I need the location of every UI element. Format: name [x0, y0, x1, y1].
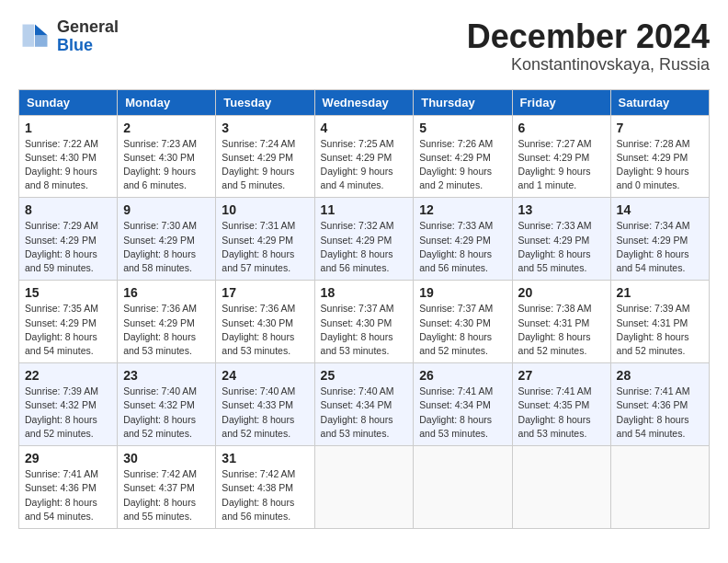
header: General Blue December 2024 Konstantinovs…	[18, 18, 710, 75]
calendar-header-row: Sunday Monday Tuesday Wednesday Thursday…	[19, 89, 710, 115]
day-27: 27 Sunrise: 7:41 AMSunset: 4:35 PMDaylig…	[512, 363, 610, 446]
logo: General Blue	[18, 18, 119, 55]
calendar: Sunday Monday Tuesday Wednesday Thursday…	[18, 89, 710, 529]
location-title: Konstantinovskaya, Russia	[467, 55, 710, 75]
day-12: 12 Sunrise: 7:33 AMSunset: 4:29 PMDaylig…	[414, 198, 512, 281]
day-30: 30 Sunrise: 7:42 AMSunset: 4:37 PMDaylig…	[118, 446, 216, 529]
day-7: 7 Sunrise: 7:28 AMSunset: 4:29 PMDayligh…	[610, 115, 709, 198]
day-15: 15 Sunrise: 7:35 AMSunset: 4:29 PMDaylig…	[19, 281, 118, 363]
day-29: 29 Sunrise: 7:41 AMSunset: 4:36 PMDaylig…	[19, 446, 118, 529]
day-26: 26 Sunrise: 7:41 AMSunset: 4:34 PMDaylig…	[414, 363, 512, 446]
day-5: 5 Sunrise: 7:26 AMSunset: 4:29 PMDayligh…	[414, 115, 512, 198]
header-thursday: Thursday	[414, 89, 512, 115]
day-17: 17 Sunrise: 7:36 AMSunset: 4:30 PMDaylig…	[216, 281, 314, 363]
day-8: 8 Sunrise: 7:29 AMSunset: 4:29 PMDayligh…	[19, 198, 118, 281]
day-6: 6 Sunrise: 7:27 AMSunset: 4:29 PMDayligh…	[512, 115, 610, 198]
logo-general: General	[57, 18, 119, 37]
logo-icon	[18, 20, 51, 53]
day-14: 14 Sunrise: 7:34 AMSunset: 4:29 PMDaylig…	[610, 198, 709, 281]
day-1: 1 Sunrise: 7:22 AMSunset: 4:30 PMDayligh…	[19, 115, 118, 198]
day-31: 31 Sunrise: 7:42 AMSunset: 4:38 PMDaylig…	[216, 446, 314, 529]
header-tuesday: Tuesday	[216, 89, 314, 115]
day-28: 28 Sunrise: 7:41 AMSunset: 4:36 PMDaylig…	[610, 363, 709, 446]
day-21: 21 Sunrise: 7:39 AMSunset: 4:31 PMDaylig…	[610, 281, 709, 363]
week-row-2: 8 Sunrise: 7:29 AMSunset: 4:29 PMDayligh…	[19, 198, 710, 281]
header-friday: Friday	[512, 89, 610, 115]
month-title: December 2024	[467, 18, 710, 55]
week-row-1: 1 Sunrise: 7:22 AMSunset: 4:30 PMDayligh…	[19, 115, 710, 198]
week-row-4: 22 Sunrise: 7:39 AMSunset: 4:32 PMDaylig…	[19, 363, 710, 446]
week-row-5: 29 Sunrise: 7:41 AMSunset: 4:36 PMDaylig…	[19, 446, 710, 529]
week-row-3: 15 Sunrise: 7:35 AMSunset: 4:29 PMDaylig…	[19, 281, 710, 363]
day-22: 22 Sunrise: 7:39 AMSunset: 4:32 PMDaylig…	[19, 363, 118, 446]
svg-marker-0	[35, 24, 48, 35]
day-13: 13 Sunrise: 7:33 AMSunset: 4:29 PMDaylig…	[512, 198, 610, 281]
day-24: 24 Sunrise: 7:40 AMSunset: 4:33 PMDaylig…	[216, 363, 314, 446]
day-2: 2 Sunrise: 7:23 AMSunset: 4:30 PMDayligh…	[118, 115, 216, 198]
day-19: 19 Sunrise: 7:37 AMSunset: 4:30 PMDaylig…	[414, 281, 512, 363]
header-wednesday: Wednesday	[314, 89, 414, 115]
svg-marker-1	[35, 35, 48, 47]
empty-cell-2	[414, 446, 512, 529]
header-saturday: Saturday	[610, 89, 709, 115]
logo-text: General Blue	[57, 18, 119, 55]
day-3: 3 Sunrise: 7:24 AMSunset: 4:29 PMDayligh…	[216, 115, 314, 198]
header-monday: Monday	[118, 89, 216, 115]
day-11: 11 Sunrise: 7:32 AMSunset: 4:29 PMDaylig…	[314, 198, 414, 281]
title-area: December 2024 Konstantinovskaya, Russia	[467, 18, 710, 75]
day-16: 16 Sunrise: 7:36 AMSunset: 4:29 PMDaylig…	[118, 281, 216, 363]
day-4: 4 Sunrise: 7:25 AMSunset: 4:29 PMDayligh…	[314, 115, 414, 198]
empty-cell-1	[314, 446, 414, 529]
day-25: 25 Sunrise: 7:40 AMSunset: 4:34 PMDaylig…	[314, 363, 414, 446]
header-sunday: Sunday	[19, 89, 118, 115]
day-10: 10 Sunrise: 7:31 AMSunset: 4:29 PMDaylig…	[216, 198, 314, 281]
logo-blue: Blue	[57, 37, 119, 55]
svg-rect-2	[23, 24, 35, 46]
day-23: 23 Sunrise: 7:40 AMSunset: 4:32 PMDaylig…	[118, 363, 216, 446]
day-9: 9 Sunrise: 7:30 AMSunset: 4:29 PMDayligh…	[118, 198, 216, 281]
day-20: 20 Sunrise: 7:38 AMSunset: 4:31 PMDaylig…	[512, 281, 610, 363]
empty-cell-3	[512, 446, 610, 529]
empty-cell-4	[610, 446, 709, 529]
day-18: 18 Sunrise: 7:37 AMSunset: 4:30 PMDaylig…	[314, 281, 414, 363]
